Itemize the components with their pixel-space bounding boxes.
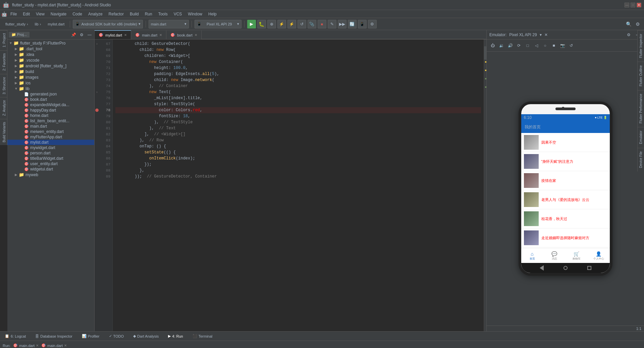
panel-tab-project[interactable]: 📁 Proj... [9, 32, 30, 38]
menu-help[interactable]: Help [206, 11, 219, 17]
volume-down-btn[interactable]: 🔉 [498, 42, 505, 49]
profiler-tab[interactable]: 📊 Profiler [80, 333, 102, 339]
refresh-btn[interactable]: ↺ [568, 42, 575, 49]
tree-main[interactable]: 🎯 main.dart [7, 124, 94, 129]
tree-person[interactable]: 🎯 person.dart [7, 150, 94, 156]
menu-refactor[interactable]: Refactor [106, 11, 126, 17]
gutter-82[interactable] [95, 131, 99, 137]
hot-restart-button[interactable]: ↺ [298, 20, 306, 28]
breadcrumb-project[interactable]: flutter_study › [3, 20, 31, 28]
menu-vcs[interactable]: VCS [171, 11, 185, 17]
tree-titlebar[interactable]: 🎯 titleBarWidget.dart [7, 156, 94, 161]
gutter-70[interactable] [95, 59, 99, 65]
profile-button[interactable]: ⚡ [277, 20, 286, 28]
panel-minimize-btn[interactable]: — [86, 31, 93, 38]
phone-nav-home[interactable]: ⌂ 首页 [521, 249, 543, 263]
scrollbar-thumb[interactable] [484, 46, 486, 60]
tree-happy-day[interactable]: 🎯 happyDay.dart [7, 108, 94, 113]
dart-analysis-tab[interactable]: ◆ Dart Analysis [131, 333, 161, 339]
left-vtab-build-variants[interactable]: Build Variants [0, 119, 7, 145]
tab-mylist-close[interactable]: ✕ [124, 33, 127, 37]
emulator-settings-btn[interactable]: ⚙ [625, 31, 632, 38]
power-btn[interactable]: ⏻ [489, 42, 496, 49]
search-everywhere-icon[interactable]: 🔍 [625, 21, 633, 27]
attach-button[interactable]: 📎 [308, 20, 316, 28]
gutter-75[interactable]: › [95, 89, 99, 95]
todo-tab[interactable]: ✓ TODO [107, 333, 126, 339]
panel-pin-btn[interactable]: 📌 [70, 31, 77, 38]
tree-mywidget[interactable]: 🎯 mywidget.dart [7, 145, 94, 150]
minimize-button[interactable]: — [625, 3, 629, 7]
emulator-close-btn[interactable]: ✕ [544, 32, 548, 37]
phone-nav-cart[interactable]: 🛒 购物车 [566, 249, 588, 263]
close-x-1[interactable]: ✕ [36, 344, 39, 347]
tree-lib[interactable]: ▼ 📁 lib [7, 86, 94, 91]
gutter-77[interactable] [95, 101, 99, 107]
code-content[interactable]: child: GestureDetector( child: new Row( … [113, 40, 484, 331]
phone-home-btn[interactable] [562, 265, 569, 271]
phone-list-item-5[interactable]: 走近婚姻即选择随时麻烦对方 [521, 228, 610, 248]
gutter-73[interactable] [95, 77, 99, 83]
phone-recent-btn[interactable] [586, 265, 593, 271]
tree-home[interactable]: 🎯 home.dart [7, 113, 94, 118]
close-x-2[interactable]: ✕ [64, 344, 67, 347]
hot-reload-button[interactable]: ⚡ [287, 20, 296, 28]
menu-build[interactable]: Build [127, 11, 142, 17]
left-vtab-project[interactable]: 1: Project [0, 30, 7, 50]
close-button[interactable]: ✕ [637, 3, 641, 7]
phone-back-btn[interactable] [538, 265, 545, 271]
volume-up-btn[interactable]: 🔊 [507, 42, 514, 49]
gutter-72[interactable] [95, 71, 99, 77]
tree-dart-tool[interactable]: ▶ 📁 .dart_tool [7, 46, 94, 52]
breadcrumb-lib[interactable]: lib › [32, 20, 44, 28]
gutter-85[interactable] [95, 149, 99, 155]
sync-button[interactable]: 🔄 [348, 20, 357, 28]
editor-scrollbar[interactable] [484, 40, 486, 331]
maximize-button[interactable]: □ [631, 3, 635, 7]
tree-images[interactable]: ▶ 📁 images [7, 74, 94, 80]
emulator-tab[interactable]: Emulator [638, 127, 644, 147]
run-anything-button[interactable]: ▶▶ [338, 20, 346, 28]
gutter-86[interactable] [95, 155, 99, 161]
flutter-outline-tab[interactable]: Flutter Outline [638, 62, 644, 90]
home-nav-btn[interactable]: ○ [542, 42, 548, 49]
device-file-tab[interactable]: Device File [638, 148, 644, 171]
settings-icon[interactable]: ⚙ [634, 21, 641, 27]
menu-window[interactable]: Window [185, 11, 205, 17]
tree-myflutter[interactable]: 🎯 myFlutterApp.dart [7, 134, 94, 140]
gutter-88[interactable] [95, 167, 99, 173]
phone-nav-profile[interactable]: 👤 个人中心 [588, 249, 610, 263]
menu-analyze[interactable]: Analyze [86, 11, 105, 17]
run-bar-file2[interactable]: 🎯 main.dart ✕ [41, 343, 67, 348]
sdk-manager-button[interactable]: ⚙ [368, 20, 377, 28]
phone-list-item-0[interactable]: 因果不空 [521, 133, 610, 152]
tab-main-close[interactable]: ✕ [159, 33, 162, 37]
phone-list-item-2[interactable]: 疫情在家 [521, 171, 610, 190]
gutter-71[interactable] [95, 65, 99, 71]
fold-btn[interactable]: □ [524, 42, 531, 49]
tree-meiwen[interactable]: 🎯 meiwen_entity.dart [7, 129, 94, 134]
editor-tab-book[interactable]: 🎯 book.dart ✕ [166, 30, 202, 39]
phone-list-item-1[interactable]: "身怀天赋"的注意力 [521, 152, 610, 171]
gutter-69[interactable] [95, 53, 99, 59]
phone-list[interactable]: 因果不空 "身怀天赋"的注意力 疫情在家 老男人与《爱的流放地》云云 [521, 133, 610, 248]
menu-edit[interactable]: Edit [20, 11, 33, 17]
tab-book-close[interactable]: ✕ [195, 33, 197, 37]
phone-nav-messages[interactable]: 💬 消态 [543, 249, 566, 263]
tree-idea[interactable]: ▶ 📁 .idea [7, 52, 94, 57]
menu-file[interactable]: File [8, 11, 19, 17]
tree-myweb[interactable]: ▶ 📁 myweb [7, 172, 94, 178]
run-with-coverage-button[interactable]: ⊕ [267, 20, 276, 28]
gutter-79[interactable] [95, 113, 99, 119]
menu-tools[interactable]: Tools [156, 11, 170, 17]
panel-settings-btn[interactable]: ⚙ [78, 31, 85, 38]
tree-user[interactable]: 🎯 user_entity.dart [7, 161, 94, 166]
stop-emulator-btn[interactable]: ■ [550, 42, 557, 49]
flutter-inspector-tab[interactable]: Flutter Inspector [638, 30, 644, 61]
tree-generated-json[interactable]: 📄 generated.json [7, 91, 94, 97]
phone-list-item-4[interactable]: 桂花香，秋天过 [521, 209, 610, 228]
editor-tab-mylist[interactable]: 🎯 mylist.dart ✕ [95, 30, 131, 39]
tree-mylist[interactable]: 🎯 mylist.dart [7, 140, 94, 145]
rotate-btn[interactable]: ⟳ [516, 42, 522, 49]
tree-widgetui[interactable]: 🎯 widgetui.dart [7, 166, 94, 172]
